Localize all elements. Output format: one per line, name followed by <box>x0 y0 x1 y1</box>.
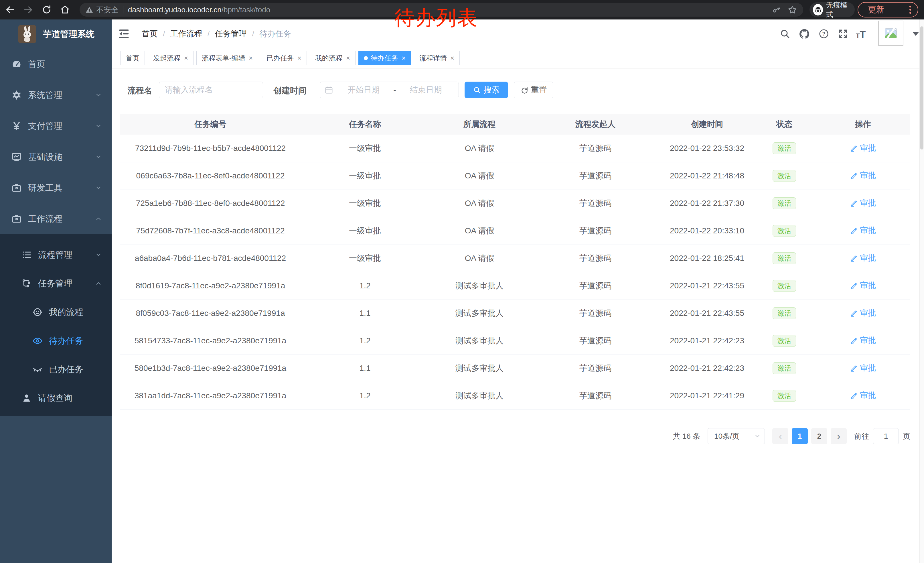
breadcrumb-item[interactable]: 工作流程 <box>170 29 202 39</box>
star-icon[interactable] <box>788 5 797 14</box>
avatar[interactable] <box>878 21 903 46</box>
approve-link[interactable]: 审批 <box>850 198 876 209</box>
tab[interactable]: 待办任务× <box>358 51 411 65</box>
fullscreen-icon[interactable] <box>838 29 848 39</box>
sidebar-item[interactable]: 已办任务 <box>0 355 112 384</box>
tab[interactable]: 流程详情× <box>414 51 460 65</box>
table-row: 8f0d1619-7ac8-11ec-a9e2-a2380e71991a1.2测… <box>120 272 910 300</box>
home-icon[interactable] <box>60 5 70 15</box>
approve-link[interactable]: 审批 <box>850 390 876 401</box>
tab-label: 流程表单-编辑 <box>202 54 245 63</box>
process-name-input[interactable] <box>159 82 263 98</box>
prev-page-button[interactable]: ‹ <box>772 428 788 444</box>
page-button[interactable]: 2 <box>811 428 827 444</box>
close-icon[interactable]: × <box>402 55 406 62</box>
font-size-icon[interactable]: TT <box>856 29 872 39</box>
tab[interactable]: 发起流程× <box>148 51 194 65</box>
sidebar-item[interactable]: 首页 <box>0 49 112 80</box>
reset-button[interactable]: 重置 <box>514 82 553 98</box>
search-button[interactable]: 搜索 <box>465 82 508 98</box>
app-logo <box>18 25 36 43</box>
pencil-icon <box>850 392 858 399</box>
cell-process: 测试多审批人 <box>429 382 530 410</box>
total-count: 共 16 条 <box>673 431 700 441</box>
approve-link[interactable]: 审批 <box>850 170 876 181</box>
close-icon[interactable]: × <box>297 55 302 62</box>
approve-link[interactable]: 审批 <box>850 225 876 236</box>
tab-label: 我的流程 <box>315 54 343 63</box>
sidebar-item-label: 首页 <box>28 59 45 70</box>
close-icon[interactable]: × <box>249 55 253 62</box>
sidebar-item[interactable]: 待办任务 <box>0 326 112 355</box>
date-range-input[interactable]: 开始日期 - 结束日期 <box>320 82 459 98</box>
url-path[interactable]: /bpm/task/todo <box>222 6 270 14</box>
sidebar-item[interactable]: 系统管理 <box>0 80 112 111</box>
close-icon[interactable]: × <box>450 55 454 62</box>
goto-page-input[interactable] <box>873 428 899 444</box>
back-icon[interactable] <box>5 5 15 15</box>
sidebar-item[interactable]: 工作流程 <box>0 203 112 234</box>
approve-link[interactable]: 审批 <box>850 280 876 291</box>
cell-process: 测试多审批人 <box>429 272 530 300</box>
start-date-placeholder[interactable]: 开始日期 <box>336 84 392 95</box>
approve-link[interactable]: 审批 <box>850 335 876 346</box>
breadcrumb-item[interactable]: 首页 <box>142 29 158 39</box>
breadcrumb-separator: / <box>207 29 210 38</box>
next-page-button[interactable]: › <box>831 428 847 444</box>
approve-link[interactable]: 审批 <box>850 143 876 153</box>
url-domain[interactable]: dashboard.yudao.iocoder.cn <box>128 6 222 14</box>
approve-label: 审批 <box>860 170 876 181</box>
close-icon[interactable]: × <box>184 55 188 62</box>
status-badge: 激活 <box>772 307 796 319</box>
github-icon[interactable] <box>800 29 809 39</box>
forward-icon[interactable] <box>24 5 33 15</box>
search-icon[interactable] <box>780 29 790 39</box>
avatar-caret-icon[interactable] <box>912 32 919 36</box>
browser-menu-icon[interactable] <box>909 5 911 14</box>
security-label[interactable]: 不安全 <box>96 5 118 15</box>
tab[interactable]: 已办任务× <box>261 51 307 65</box>
approve-link[interactable]: 审批 <box>850 252 876 263</box>
help-icon[interactable]: ? <box>819 29 829 39</box>
page-button[interactable]: 1 <box>792 428 808 444</box>
tab[interactable]: 流程表单-编辑× <box>196 51 258 65</box>
breadcrumb-item[interactable]: 任务管理 <box>215 29 247 39</box>
sidebar-item-label: 系统管理 <box>28 89 62 101</box>
sidebar-item[interactable]: 任务管理 <box>0 269 112 298</box>
key-icon[interactable] <box>772 5 781 14</box>
cell-id: 8f0d1619-7ac8-11ec-a9e2-a2380e71991a <box>120 272 300 300</box>
cell-id: 725a1eb6-7b88-11ec-8ef0-acde48001122 <box>120 189 300 217</box>
sidebar-item[interactable]: 请假查询 <box>0 384 112 412</box>
tab[interactable]: 首页 <box>120 51 145 65</box>
end-date-placeholder[interactable]: 结束日期 <box>398 84 454 95</box>
sidebar-toggle-icon[interactable] <box>119 29 129 39</box>
sidebar-item[interactable]: 我的流程 <box>0 298 112 326</box>
update-label[interactable]: 更新 <box>868 4 885 15</box>
sidebar-item[interactable]: 流程管理 <box>0 240 112 269</box>
approve-link[interactable]: 审批 <box>850 363 876 374</box>
approve-link[interactable]: 审批 <box>850 308 876 318</box>
cell-process: OA 请假 <box>429 189 530 217</box>
close-icon[interactable]: × <box>346 55 350 62</box>
status-badge: 激活 <box>772 170 796 182</box>
cell-id: 8f059c03-7ac8-11ec-a9e2-a2380e71991a <box>120 300 300 327</box>
scrollbar-thumb[interactable] <box>920 26 923 150</box>
pagination: 共 16 条 10条/页 ‹12› 前往 页 <box>673 428 910 444</box>
app-title: 芋道管理系统 <box>43 20 94 49</box>
pencil-icon <box>850 227 858 234</box>
cell-time: 2022-01-21 22:42:23 <box>661 327 753 354</box>
sidebar-item-label: 基础设施 <box>28 151 62 163</box>
sidebar-logo-row[interactable]: 芋道管理系统 <box>0 20 112 49</box>
reload-icon[interactable] <box>42 5 51 15</box>
tab[interactable]: 我的流程× <box>310 51 356 65</box>
cell-name: 1.2 <box>300 327 429 354</box>
cell-starter: 芋道源码 <box>530 135 661 162</box>
page-size-select[interactable]: 10条/页 <box>708 428 765 444</box>
scrollbar[interactable] <box>920 20 924 563</box>
cell-process: OA 请假 <box>429 245 530 272</box>
cell-time: 2022-01-22 21:48:48 <box>661 162 753 189</box>
sidebar-item[interactable]: 支付管理 <box>0 111 112 141</box>
sidebar-item[interactable]: 基础设施 <box>0 141 112 173</box>
sidebar-item[interactable]: 研发工具 <box>0 173 112 203</box>
browser-update-button[interactable]: 更新 <box>858 2 918 18</box>
